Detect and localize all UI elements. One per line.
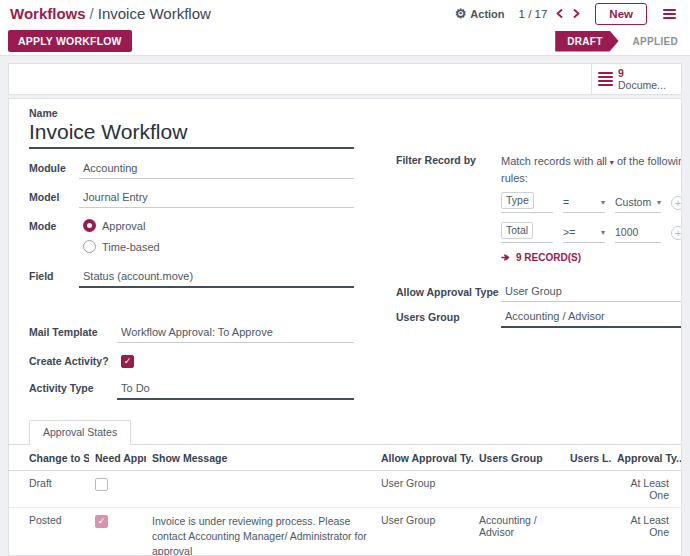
caret-down-icon: ▾ <box>601 198 605 207</box>
users-group-input[interactable]: Accounting / Advisor <box>501 307 682 328</box>
caret-down-icon: ▾ <box>657 198 661 207</box>
menu-toggle-icon[interactable] <box>661 7 678 21</box>
field-input[interactable]: Status (account.move) <box>79 267 354 288</box>
rule-value-select[interactable]: Custom▾ <box>615 196 661 213</box>
apply-workflow-button[interactable]: APPLY WORKFLOW <box>8 30 132 52</box>
radio-unchecked-icon <box>83 240 96 253</box>
create-activity-checkbox[interactable]: ✓ <box>121 355 134 368</box>
users-group-label: Users Group <box>396 310 501 323</box>
cell-change-to[interactable]: Draft <box>9 470 89 507</box>
module-label: Module <box>29 159 79 174</box>
records-count-label: 9 RECORD(S) <box>516 252 581 263</box>
domain-match-line: Match records with all ▾ of the followin… <box>501 153 682 186</box>
cell-need-approval[interactable]: ✓ <box>89 507 146 556</box>
add-rule-icon[interactable]: + <box>671 226 682 240</box>
domain-rule-row: Total >=▾ 1000 + … <box>501 222 682 243</box>
documents-label: Docume... <box>618 79 666 91</box>
rule-field-input[interactable]: Total <box>501 222 553 243</box>
add-rule-icon[interactable]: + <box>671 196 682 210</box>
new-button[interactable]: New <box>595 3 647 25</box>
col-approval-type[interactable]: Approval Ty... <box>611 445 682 471</box>
breadcrumb-separator: / <box>90 5 94 22</box>
mode-time-based-label: Time-based <box>102 241 160 253</box>
col-show-message[interactable]: Show Message <box>146 445 375 471</box>
table-row-posted[interactable]: Posted ✓ Invoice is under reviewing proc… <box>9 507 682 556</box>
allow-approval-type-input[interactable]: User Group <box>501 282 682 302</box>
cell-change-to[interactable]: Posted <box>9 507 89 556</box>
mode-radio-time-based[interactable]: Time-based <box>83 240 352 253</box>
activity-type-input[interactable]: To Do <box>117 379 354 400</box>
name-input[interactable]: Invoice Workflow <box>29 119 354 149</box>
stacked-lines-icon <box>598 72 613 87</box>
cell-show-message[interactable] <box>146 470 375 507</box>
breadcrumb-workflows-link[interactable]: Workflows <box>10 5 86 22</box>
cell-approval-type[interactable]: At Least One <box>611 470 682 507</box>
field-label: Field <box>29 267 79 282</box>
need-approval-checkbox[interactable]: ✓ <box>95 515 108 528</box>
allow-approval-type-label: Allow Approval Type <box>396 285 501 298</box>
col-allow-approval-type[interactable]: Allow Approval Ty... <box>375 445 473 471</box>
arrow-right-icon <box>501 253 511 262</box>
status-draft[interactable]: DRAFT <box>555 31 618 52</box>
cell-users-login[interactable] <box>564 507 611 556</box>
name-label: Name <box>29 107 354 119</box>
match-operator-select[interactable]: all ▾ <box>596 155 613 167</box>
domain-rule-row: Type =▾ Custom▾ + … <box>501 192 682 213</box>
rule-operator-select[interactable]: =▾ <box>563 196 605 213</box>
record-pager: 1 / 17 <box>519 8 582 20</box>
rule-value-input[interactable]: 1000 <box>615 226 661 243</box>
mail-template-label: Mail Template <box>29 323 117 338</box>
cell-users-group[interactable]: Accounting / Advisor <box>473 507 564 556</box>
activity-type-label: Activity Type <box>29 379 117 394</box>
breadcrumb: Workflows/Invoice Workflow <box>10 5 211 22</box>
rule-field-tag[interactable]: Total <box>501 222 533 239</box>
action-bar: APPLY WORKFLOW DRAFT APPLIED <box>0 27 690 56</box>
cell-allow-approval-type[interactable]: User Group <box>375 470 473 507</box>
button-box-strip: 9 Docume... <box>8 63 682 95</box>
module-input[interactable]: Accounting <box>79 159 354 179</box>
need-approval-checkbox[interactable] <box>95 478 108 491</box>
cell-users-group[interactable] <box>473 470 564 507</box>
chevron-right-icon[interactable] <box>572 9 581 18</box>
table-row-draft[interactable]: Draft User Group At Least One <box>9 470 682 507</box>
col-users-login[interactable]: Users L... <box>564 445 611 471</box>
action-menu-button[interactable]: ⚙ Action <box>455 7 505 20</box>
statusbar: DRAFT APPLIED <box>555 31 678 52</box>
radio-checked-icon <box>83 219 96 232</box>
cell-need-approval[interactable] <box>89 470 146 507</box>
col-users-group[interactable]: Users Group <box>473 445 564 471</box>
filter-record-by-label: Filter Record by <box>396 153 501 166</box>
mode-label: Mode <box>29 217 79 232</box>
tab-approval-states[interactable]: Approval States <box>29 420 131 445</box>
notebook-tabs: Approval States <box>9 419 681 445</box>
col-need-approval[interactable]: Need Appro... <box>89 445 146 471</box>
approval-states-table: Change to St... Need Appro... Show Messa… <box>9 445 682 556</box>
mail-template-input[interactable]: Workflow Approval: To Approve <box>117 323 354 343</box>
breadcrumb-current: Invoice Workflow <box>98 5 211 22</box>
model-label: Model <box>29 188 79 203</box>
records-count-link[interactable]: 9 RECORD(S) <box>501 252 682 263</box>
status-applied[interactable]: APPLIED <box>633 36 678 47</box>
create-activity-label: Create Activity? <box>29 352 117 367</box>
cell-allow-approval-type[interactable]: User Group <box>375 507 473 556</box>
documents-stat-button[interactable]: 9 Docume... <box>591 64 681 94</box>
cell-approval-type[interactable]: At Least One <box>611 507 682 556</box>
spacer <box>0 56 690 63</box>
table-header-row: Change to St... Need Appro... Show Messa… <box>9 445 682 471</box>
model-input[interactable]: Journal Entry <box>79 188 354 208</box>
mode-radio-approval[interactable]: Approval <box>83 219 352 232</box>
col-change-to-state[interactable]: Change to St... <box>9 445 89 471</box>
rule-field-input[interactable]: Type <box>501 192 553 213</box>
form-sheet: Name Invoice Workflow Module Accounting … <box>8 98 682 556</box>
rule-field-tag[interactable]: Type <box>501 192 534 209</box>
top-navbar: Workflows/Invoice Workflow ⚙ Action 1 / … <box>0 0 690 27</box>
match-prefix: Match records with <box>501 155 593 167</box>
documents-count: 9 <box>618 67 666 79</box>
rule-operator-select[interactable]: >=▾ <box>563 226 605 243</box>
cell-show-message[interactable]: Invoice is under reviewing process. Plea… <box>146 507 375 556</box>
chevron-left-icon[interactable] <box>555 9 564 18</box>
gear-icon: ⚙ <box>455 7 467 20</box>
cell-users-login[interactable] <box>564 470 611 507</box>
action-menu-label: Action <box>470 8 504 20</box>
caret-down-icon: ▾ <box>601 228 605 237</box>
